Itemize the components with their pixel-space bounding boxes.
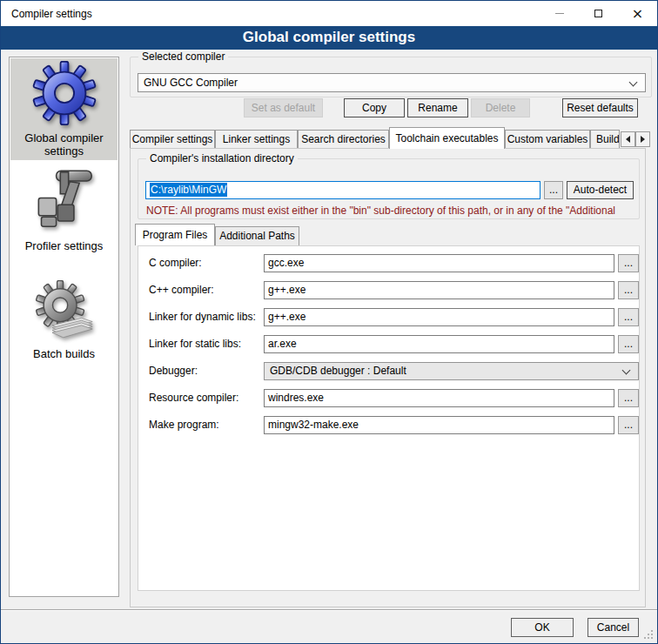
linker-static-input[interactable]: ar.exe: [264, 335, 614, 353]
install-dir-selected-text: C:\raylib\MinGW: [150, 183, 227, 197]
toolchain-executables-page: Compiler's installation directory C:\ray…: [130, 148, 646, 607]
selected-compiler-value: GNU GCC Compiler: [144, 77, 238, 89]
delete-button[interactable]: Delete: [471, 98, 530, 117]
sidebar-item-batch-builds[interactable]: Batch builds: [10, 280, 118, 360]
selected-compiler-group-label: Selected compiler: [138, 50, 228, 64]
sidebar-item-label: Profiler settings: [10, 239, 118, 252]
minimize-icon: [555, 13, 564, 14]
program-files-panel: C compiler: gcc.exe ... C++ compiler: g+…: [138, 245, 640, 591]
make-program-browse-button[interactable]: ...: [618, 416, 639, 434]
resource-compiler-input[interactable]: windres.exe: [264, 389, 614, 407]
sidebar-item-global-compiler-settings[interactable]: Global compiler settings: [10, 58, 118, 160]
linker-dynamic-input[interactable]: g++.exe: [264, 308, 614, 326]
cpp-compiler-label: C++ compiler:: [149, 284, 214, 296]
arrow-right-icon: [641, 136, 645, 143]
tab-additional-paths[interactable]: Additional Paths: [215, 226, 299, 245]
ok-button[interactable]: OK: [511, 618, 574, 637]
caliper-tool-icon: [30, 165, 98, 233]
cpp-compiler-input[interactable]: g++.exe: [264, 281, 614, 299]
debugger-select[interactable]: GDB/CDB debugger : Default: [264, 362, 639, 380]
tab-search-directories[interactable]: Search directories: [298, 130, 389, 148]
caption-buttons: ×: [540, 1, 657, 26]
install-dir-group-label: Compiler's installation directory: [146, 152, 298, 165]
page-title: Global compiler settings: [1, 26, 657, 50]
make-program-input[interactable]: mingw32-make.exe: [264, 416, 614, 434]
tab-linker-settings[interactable]: Linker settings: [215, 130, 298, 148]
auto-detect-button[interactable]: Auto-detect: [567, 181, 634, 199]
blue-gear-icon: [32, 61, 97, 125]
close-button[interactable]: ×: [618, 1, 657, 26]
sidebar-item-label: Global compiler settings: [10, 131, 118, 158]
linker-static-label: Linker for static libs:: [149, 338, 241, 350]
cpp-compiler-browse-button[interactable]: ...: [618, 281, 639, 299]
selected-compiler-group: Selected compiler GNU GCC Compiler: [130, 57, 652, 97]
debugger-value: GDB/CDB debugger : Default: [270, 365, 406, 377]
c-compiler-label: C compiler:: [149, 257, 202, 269]
debugger-label: Debugger:: [149, 365, 198, 377]
gray-gear-stack-icon: [34, 280, 95, 341]
linker-static-browse-button[interactable]: ...: [618, 335, 639, 353]
compiler-settings-dialog: Compiler settings × Global compiler sett…: [0, 0, 658, 644]
tab-scroll-right-button[interactable]: [635, 131, 650, 147]
tab-compiler-settings[interactable]: Compiler settings: [130, 130, 215, 148]
titlebar[interactable]: Compiler settings ×: [1, 1, 657, 26]
sidebar-item-profiler-settings[interactable]: Profiler settings: [10, 164, 118, 252]
reset-defaults-button[interactable]: Reset defaults: [562, 98, 638, 117]
tab-toolchain-executables[interactable]: Toolchain executables: [389, 127, 505, 149]
arrow-left-icon: [626, 136, 630, 143]
install-dir-browse-button[interactable]: ...: [544, 181, 563, 199]
install-dir-note: NOTE: All programs must exist either in …: [146, 205, 634, 217]
copy-button[interactable]: Copy: [344, 98, 405, 117]
install-dir-input[interactable]: C:\raylib\MinGW: [145, 181, 540, 199]
install-dir-group: Compiler's installation directory C:\ray…: [138, 158, 640, 219]
settings-sidebar: Global compiler settings Profiler settin…: [9, 57, 119, 597]
rename-button[interactable]: Rename: [407, 98, 468, 117]
linker-dynamic-label: Linker for dynamic libs:: [149, 311, 256, 323]
tab-custom-variables[interactable]: Custom variables: [505, 130, 590, 148]
cancel-button[interactable]: Cancel: [588, 618, 639, 637]
c-compiler-browse-button[interactable]: ...: [618, 254, 639, 272]
resource-compiler-label: Resource compiler:: [149, 392, 238, 404]
chevron-down-icon: [629, 78, 638, 87]
resource-compiler-browse-button[interactable]: ...: [618, 389, 639, 407]
sidebar-item-label: Batch builds: [10, 347, 118, 360]
tab-build-options[interactable]: Build options: [590, 130, 620, 148]
c-compiler-input[interactable]: gcc.exe: [264, 254, 614, 272]
linker-dynamic-browse-button[interactable]: ...: [618, 308, 639, 326]
selected-compiler-combobox[interactable]: GNU GCC Compiler: [138, 73, 646, 92]
set-as-default-button[interactable]: Set as default: [244, 98, 323, 117]
resize-grip[interactable]: [651, 637, 653, 639]
tab-scroll-left-button[interactable]: [621, 131, 635, 147]
window-title: Compiler settings: [11, 8, 92, 20]
maximize-button[interactable]: [579, 1, 618, 26]
make-program-label: Make program:: [149, 419, 219, 431]
close-icon: ×: [632, 7, 643, 21]
footer-separator: [1, 609, 657, 611]
tab-program-files[interactable]: Program Files: [135, 224, 215, 245]
minimize-button[interactable]: [540, 1, 579, 26]
maximize-icon: [594, 10, 602, 17]
chevron-down-icon: [622, 366, 631, 375]
